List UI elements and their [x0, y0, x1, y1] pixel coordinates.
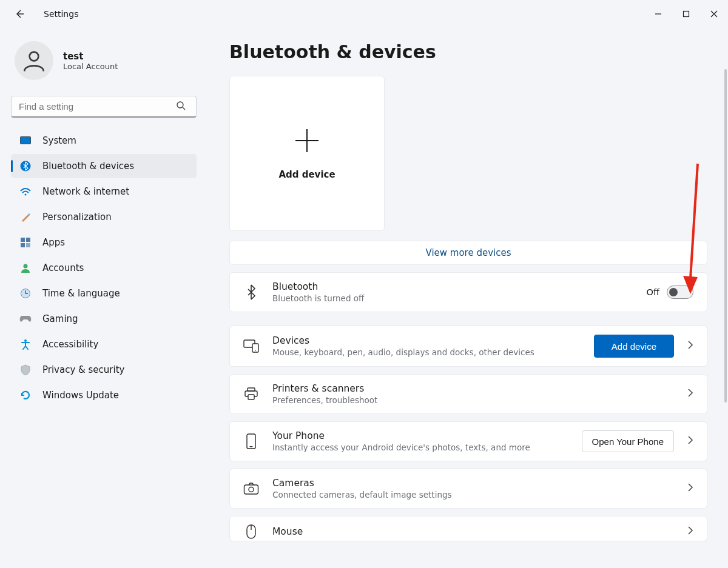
close-button[interactable] [700, 0, 728, 28]
add-device-button[interactable]: Add device [594, 335, 674, 358]
svg-rect-15 [252, 344, 258, 352]
accounts-icon [19, 262, 32, 274]
chevron-right-icon [687, 388, 693, 400]
title-bar: Settings [0, 0, 728, 28]
cameras-title: Cameras [272, 478, 674, 489]
bluetooth-card: Bluetooth Bluetooth is turned off Off [229, 272, 707, 312]
nav-label: Privacy & security [42, 364, 124, 375]
svg-rect-9 [21, 243, 25, 247]
bluetooth-state-label: Off [647, 287, 659, 297]
devices-icon [243, 339, 259, 353]
search-icon [176, 101, 186, 113]
sidebar-item-apps[interactable]: Apps [11, 230, 197, 255]
bluetooth-toggle-wrap: Off [647, 286, 693, 299]
privacy-icon [19, 364, 32, 376]
printers-subtitle: Preferences, troubleshoot [272, 395, 674, 405]
maximize-icon [682, 10, 690, 18]
main-content: Bluetooth & devices Add device View more… [205, 28, 728, 568]
nav-label: Network & internet [42, 186, 129, 197]
camera-icon [243, 483, 259, 495]
bluetooth-toggle[interactable] [667, 286, 693, 299]
back-button[interactable] [13, 8, 25, 20]
apps-icon [19, 236, 32, 249]
chevron-right-icon [687, 526, 693, 538]
devices-title: Devices [272, 335, 581, 346]
plus-icon [293, 127, 321, 157]
sidebar-item-network[interactable]: Network & internet [11, 179, 197, 204]
view-more-devices[interactable]: View more devices [229, 241, 707, 265]
svg-rect-17 [248, 388, 255, 391]
sidebar-item-update[interactable]: Windows Update [11, 383, 197, 407]
nav-label: Apps [42, 237, 65, 248]
sidebar-item-accessibility[interactable]: Accessibility [11, 332, 197, 356]
system-icon [19, 135, 32, 147]
svg-rect-0 [684, 12, 689, 17]
nav-label: Accounts [42, 262, 84, 273]
add-device-label: Add device [278, 169, 335, 180]
chevron-right-icon [687, 483, 693, 495]
your-phone-card[interactable]: Your Phone Instantly access your Android… [229, 421, 707, 461]
window-title: Settings [44, 9, 78, 19]
search-container [11, 96, 197, 118]
page-title: Bluetooth & devices [229, 41, 716, 62]
svg-rect-10 [26, 243, 30, 247]
phone-title: Your Phone [272, 430, 568, 441]
scrollbar[interactable] [724, 69, 727, 403]
sidebar: test Local Account System Bluetooth & [0, 28, 205, 568]
mouse-card[interactable]: Mouse [229, 516, 707, 541]
sidebar-item-time[interactable]: Time & language [11, 281, 197, 306]
phone-subtitle: Instantly access your Android device's p… [272, 443, 568, 452]
nav-label: Time & language [42, 288, 120, 299]
cameras-subtitle: Connected cameras, default image setting… [272, 490, 674, 500]
nav-label: Gaming [42, 313, 78, 324]
window-controls [644, 0, 728, 28]
svg-rect-7 [21, 238, 25, 242]
nav-label: System [42, 135, 76, 146]
svg-point-13 [24, 339, 27, 342]
sidebar-item-accounts[interactable]: Accounts [11, 256, 197, 280]
bluetooth-glyph-icon [243, 284, 259, 300]
avatar [15, 41, 53, 80]
svg-rect-8 [26, 238, 30, 242]
gaming-icon [19, 313, 32, 325]
sidebar-item-privacy[interactable]: Privacy & security [11, 358, 197, 382]
time-icon [19, 287, 32, 299]
maximize-button[interactable] [672, 0, 700, 28]
printers-card[interactable]: Printers & scanners Preferences, trouble… [229, 374, 707, 414]
printer-icon [243, 387, 259, 401]
network-icon [19, 185, 32, 198]
account-header[interactable]: test Local Account [11, 38, 197, 80]
nav: System Bluetooth & devices Network & int… [11, 129, 197, 407]
open-your-phone-button[interactable]: Open Your Phone [582, 430, 674, 452]
sidebar-item-personalization[interactable]: Personalization [11, 205, 197, 229]
bluetooth-icon [19, 160, 32, 172]
svg-rect-21 [250, 446, 253, 447]
sidebar-item-gaming[interactable]: Gaming [11, 307, 197, 331]
view-more-label: View more devices [425, 247, 511, 258]
update-icon [19, 389, 32, 401]
svg-point-1 [30, 52, 39, 61]
svg-rect-3 [21, 137, 31, 144]
sidebar-item-bluetooth[interactable]: Bluetooth & devices [11, 154, 197, 178]
close-icon [710, 10, 718, 18]
personalization-icon [19, 211, 32, 223]
search-input[interactable] [11, 96, 197, 118]
devices-card[interactable]: Devices Mouse, keyboard, pen, audio, dis… [229, 326, 707, 367]
phone-icon [243, 433, 259, 449]
bluetooth-title: Bluetooth [272, 281, 633, 292]
svg-rect-19 [248, 395, 254, 399]
svg-point-23 [249, 487, 254, 492]
devices-subtitle: Mouse, keyboard, pen, audio, displays an… [272, 347, 581, 357]
printers-title: Printers & scanners [272, 383, 674, 394]
minimize-button[interactable] [644, 0, 672, 28]
back-arrow-icon [15, 9, 24, 19]
add-device-card[interactable]: Add device [229, 76, 385, 231]
mouse-icon [243, 524, 259, 539]
cameras-card[interactable]: Cameras Connected cameras, default image… [229, 469, 707, 509]
svg-point-6 [25, 194, 27, 196]
accessibility-icon [19, 338, 32, 350]
sidebar-item-system[interactable]: System [11, 129, 197, 153]
mouse-title: Mouse [272, 526, 674, 537]
nav-label: Windows Update [42, 390, 119, 401]
chevron-right-icon [687, 435, 693, 447]
